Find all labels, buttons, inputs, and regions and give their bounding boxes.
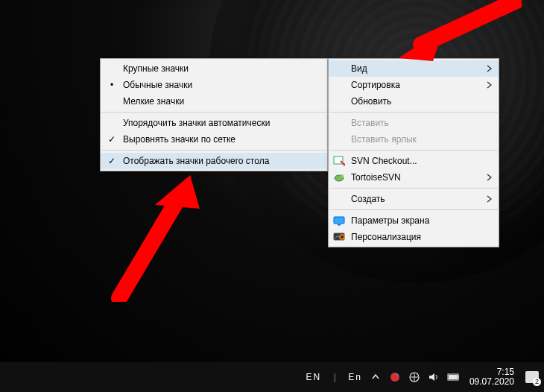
radio-mark: • bbox=[107, 80, 117, 90]
menu-separator bbox=[101, 112, 326, 113]
tray-app-icon[interactable] bbox=[389, 371, 401, 383]
notification-count: 2 bbox=[533, 378, 541, 386]
menu-item-label: Сортировка bbox=[351, 80, 400, 90]
chevron-right-icon bbox=[487, 195, 493, 205]
menu-item-paste-shortcut: Вставить ярлык bbox=[329, 131, 499, 148]
menu-separator bbox=[329, 209, 498, 210]
menu-item-paste: Вставить bbox=[329, 115, 499, 131]
menu-item-small-icons[interactable]: Мелкие значки bbox=[101, 93, 327, 110]
tray-language-2[interactable]: En bbox=[348, 372, 362, 382]
tray-action-center[interactable]: 2 bbox=[525, 370, 540, 385]
system-tray: EN | En 7:15 09.07.2020 2 bbox=[306, 362, 540, 392]
menu-item-label: Выровнять значки по сетке bbox=[123, 134, 235, 145]
menu-separator bbox=[329, 188, 498, 189]
desktop-context-menu: Вид Сортировка Обновить Вставить Вставит… bbox=[328, 58, 499, 247]
menu-item-label: Вставить ярлык bbox=[351, 134, 417, 145]
menu-item-svn-checkout[interactable]: SVN Checkout... bbox=[329, 153, 499, 169]
menu-separator bbox=[329, 150, 498, 151]
menu-item-display-settings[interactable]: Параметры экрана bbox=[329, 212, 499, 229]
menu-item-label: Обновить bbox=[351, 96, 391, 107]
check-mark: ✓ bbox=[107, 134, 117, 145]
tray-volume-icon[interactable] bbox=[428, 371, 440, 383]
menu-item-new[interactable]: Создать bbox=[329, 191, 499, 207]
taskbar: EN | En 7:15 09.07.2020 2 bbox=[0, 362, 544, 392]
svg-rect-14 bbox=[449, 375, 458, 379]
menu-item-label: SVN Checkout... bbox=[351, 156, 417, 166]
svg-rect-4 bbox=[334, 217, 344, 224]
menu-item-view[interactable]: Вид bbox=[329, 60, 499, 77]
menu-item-label: Параметры экрана bbox=[351, 215, 429, 226]
menu-item-medium-icons[interactable]: •Обычные значки bbox=[101, 77, 327, 93]
tray-clock[interactable]: 7:15 09.07.2020 bbox=[466, 367, 517, 387]
tray-date: 09.07.2020 bbox=[469, 377, 514, 387]
chevron-right-icon bbox=[487, 173, 493, 183]
menu-item-personalize[interactable]: Персонализация bbox=[329, 229, 499, 245]
menu-item-label: Упорядочить значки автоматически bbox=[123, 118, 270, 128]
tray-network-icon[interactable] bbox=[408, 371, 420, 383]
menu-item-tortoisesvn[interactable]: TortoiseSVN bbox=[329, 169, 499, 186]
menu-item-refresh[interactable]: Обновить bbox=[329, 93, 499, 110]
menu-item-label: Крупные значки bbox=[123, 63, 189, 74]
tray-language-1[interactable]: EN bbox=[306, 372, 322, 382]
menu-item-label: Вид bbox=[351, 63, 367, 74]
menu-item-label: Персонализация bbox=[351, 232, 421, 242]
chevron-right-icon bbox=[487, 80, 493, 91]
svn-checkout-icon bbox=[333, 155, 345, 167]
tray-battery-icon[interactable] bbox=[447, 371, 459, 383]
menu-item-label: Отображать значки рабочего стола bbox=[123, 156, 269, 166]
context-submenu-view: Крупные значки •Обычные значки Мелкие зн… bbox=[100, 58, 328, 171]
tray-chevron-up-icon[interactable] bbox=[370, 371, 382, 383]
menu-item-label: Мелкие значки bbox=[123, 96, 184, 107]
tortoisesvn-icon bbox=[333, 171, 345, 183]
menu-item-show-desktop-icons[interactable]: ✓Отображать значки рабочего стола bbox=[101, 153, 327, 169]
check-mark: ✓ bbox=[107, 156, 117, 166]
chevron-right-icon bbox=[487, 64, 493, 75]
display-settings-icon bbox=[333, 215, 345, 227]
menu-separator bbox=[101, 150, 326, 151]
svg-point-3 bbox=[341, 174, 344, 177]
menu-item-align-to-grid[interactable]: ✓Выровнять значки по сетке bbox=[101, 131, 327, 148]
menu-item-large-icons[interactable]: Крупные значки bbox=[101, 60, 327, 77]
menu-item-label: TortoiseSVN bbox=[351, 172, 401, 183]
menu-item-sort[interactable]: Сортировка bbox=[329, 77, 499, 93]
tray-separator-icon: | bbox=[329, 371, 341, 383]
svg-rect-13 bbox=[458, 376, 459, 379]
svg-point-10 bbox=[390, 373, 399, 382]
menu-item-auto-arrange[interactable]: Упорядочить значки автоматически bbox=[101, 115, 327, 131]
menu-item-label: Создать bbox=[351, 194, 385, 204]
menu-separator bbox=[329, 112, 498, 113]
menu-item-label: Вставить bbox=[351, 118, 389, 128]
menu-item-label: Обычные значки bbox=[123, 80, 192, 90]
personalize-icon bbox=[333, 231, 345, 243]
svg-rect-5 bbox=[338, 224, 341, 226]
